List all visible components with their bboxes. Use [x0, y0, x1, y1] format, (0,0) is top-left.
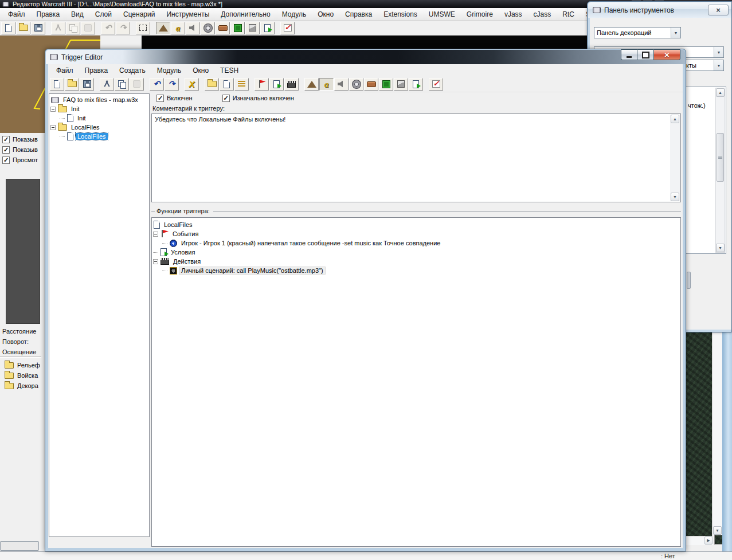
scrollbar-thumb[interactable] — [717, 133, 724, 182]
toolbox-titlebar[interactable]: Панель инструментов × — [588, 2, 731, 18]
palette-dropdown[interactable]: Панель декораций — [594, 27, 681, 38]
trigger-comment-input[interactable]: Убедитесь что Локальные Файлы включены! … — [151, 113, 681, 202]
test-map-button[interactable] — [429, 78, 443, 91]
chevron-down-icon[interactable] — [714, 60, 723, 71]
trigger-tree-panel[interactable]: FAQ to mix files - map.w3xInitInitLocalF… — [49, 93, 150, 537]
undo-button[interactable] — [150, 78, 164, 91]
panel-grip[interactable] — [687, 272, 691, 289]
cut-button[interactable] — [100, 78, 114, 91]
scroll-up-icon[interactable]: ▲ — [716, 88, 725, 97]
copy-button[interactable] — [115, 78, 129, 91]
scroll-up-icon[interactable]: ▲ — [671, 115, 679, 123]
maximize-button[interactable] — [637, 49, 653, 60]
menu-item[interactable]: Правка — [31, 9, 66, 19]
menu-item[interactable]: Extensions — [378, 9, 423, 19]
new-action-button[interactable] — [284, 78, 299, 91]
menu-item[interactable]: Файл — [50, 65, 79, 76]
comment-scrollbar[interactable]: ▲ ▼ — [670, 115, 680, 201]
tree-row[interactable]: Init — [50, 113, 149, 123]
menu-item[interactable]: Вид — [65, 9, 89, 19]
object-manager-button[interactable] — [394, 78, 408, 91]
sound-editor-button[interactable] — [334, 78, 349, 91]
new-file-button[interactable] — [50, 78, 64, 91]
new-map-button[interactable] — [1, 22, 15, 34]
map-vertical-scrollbar[interactable]: ▼ — [712, 332, 722, 536]
import-manager-button[interactable] — [260, 22, 275, 34]
menu-item[interactable]: vJass — [499, 9, 528, 19]
doodad-list-item[interactable]: чтож.) — [688, 102, 706, 109]
tree-row[interactable]: LocalFiles — [50, 132, 149, 141]
delete-button[interactable] — [185, 78, 199, 91]
menu-item[interactable]: Grimoire — [461, 9, 499, 19]
tree-row[interactable]: События — [153, 229, 679, 238]
ai-editor-button[interactable] — [379, 78, 393, 91]
object-editor-button[interactable] — [201, 22, 215, 34]
object-editor-button[interactable] — [349, 78, 363, 91]
map-viewport[interactable] — [686, 332, 712, 536]
selection-marquee-button[interactable] — [136, 22, 150, 34]
save-map-button[interactable] — [31, 22, 45, 34]
checkbox-row[interactable]: Показыв — [2, 134, 41, 144]
scroll-down-icon[interactable]: ▼ — [716, 244, 725, 252]
trigger-functions-panel[interactable]: LocalFilesСобытияИгрок - Игрок 1 (красны… — [151, 217, 681, 547]
tree-expander[interactable] — [50, 107, 56, 112]
menu-item[interactable]: Слой — [89, 9, 118, 19]
checkmark-icon[interactable] — [2, 156, 10, 164]
new-category-button[interactable] — [205, 78, 219, 91]
tree-expander[interactable] — [50, 125, 56, 130]
import-manager-button[interactable] — [409, 78, 423, 91]
checkmark-icon[interactable] — [2, 146, 10, 154]
tree-expander[interactable] — [153, 259, 158, 264]
menu-item[interactable]: Справка — [339, 9, 378, 19]
menu-item[interactable]: Файл — [2, 9, 31, 19]
chevron-down-icon[interactable] — [671, 28, 680, 38]
open-map-button[interactable] — [16, 22, 30, 34]
menu-item[interactable]: Модуль — [151, 65, 187, 76]
minimize-button[interactable] — [621, 49, 637, 60]
enabled-checkbox[interactable]: Включен — [156, 93, 193, 103]
tree-row[interactable]: FAQ to mix files - map.w3x — [50, 95, 149, 104]
scroll-right-icon[interactable]: ▶ — [704, 536, 713, 545]
menu-item[interactable]: Окно — [187, 65, 214, 76]
menu-item[interactable]: Инструменты — [161, 9, 215, 19]
sound-editor-button[interactable] — [186, 22, 200, 34]
object-manager-button[interactable] — [245, 22, 260, 34]
palette-folder-item[interactable]: Войска — [5, 370, 42, 381]
tree-row[interactable]: Игрок - Игрок 1 (красный) напечатал тако… — [153, 238, 679, 248]
tree-row[interactable]: LocalFiles — [153, 220, 679, 229]
menu-item[interactable]: Правка — [79, 65, 114, 76]
doodad-list-scrollbar[interactable]: ▲ ▼ — [715, 88, 725, 253]
tree-row[interactable]: LocalFiles — [50, 123, 149, 132]
chevron-down-icon[interactable] — [714, 47, 723, 57]
redo-button[interactable] — [165, 78, 179, 91]
checkmark-icon[interactable] — [222, 95, 230, 102]
test-map-button[interactable] — [280, 22, 295, 34]
new-event-button[interactable] — [255, 78, 269, 91]
menu-item[interactable]: Дополнительно — [215, 9, 276, 19]
scroll-down-icon[interactable]: ▼ — [671, 193, 679, 201]
trigger-editor-button[interactable] — [171, 22, 185, 34]
toolbox-close-button[interactable]: × — [708, 5, 729, 15]
close-button[interactable] — [653, 49, 680, 60]
save-button[interactable] — [80, 78, 94, 91]
tree-row[interactable]: Условия — [153, 248, 679, 257]
checkbox-row[interactable]: Показыв — [2, 144, 41, 155]
trigger-editor-button[interactable] — [319, 78, 334, 91]
scroll-down-icon[interactable]: ▼ — [713, 526, 722, 535]
checkmark-icon[interactable] — [2, 136, 10, 143]
initially-on-checkbox[interactable]: Изначально включен — [222, 93, 294, 103]
checkbox-row[interactable]: Просмот — [2, 155, 41, 165]
menu-item[interactable]: UMSWE — [423, 9, 461, 19]
menu-item[interactable]: cJass — [528, 9, 557, 19]
ai-editor-button[interactable] — [230, 22, 245, 34]
map-horizontal-scrollbar[interactable]: ▶ — [686, 536, 713, 545]
new-condition-button[interactable] — [269, 78, 284, 91]
terrain-editor-button[interactable] — [304, 78, 319, 91]
palette-folder-item[interactable]: Рельеф — [5, 360, 42, 370]
terrain-editor-button[interactable] — [156, 22, 170, 34]
open-button[interactable] — [65, 78, 79, 91]
tree-row[interactable]: Действия — [153, 257, 679, 266]
new-comment-button[interactable] — [234, 78, 249, 91]
campaign-editor-button[interactable] — [364, 78, 378, 91]
checkmark-icon[interactable] — [156, 95, 164, 102]
